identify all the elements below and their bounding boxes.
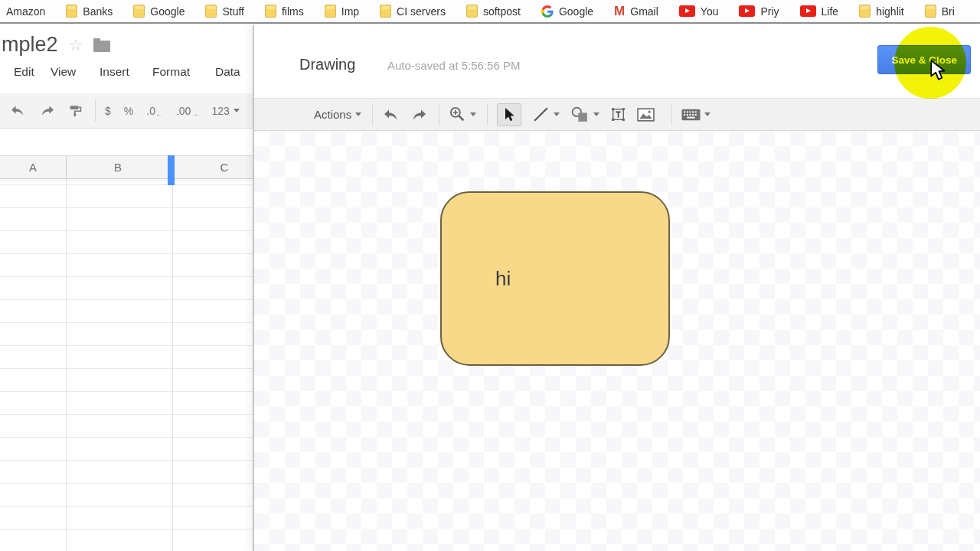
bookmarks-bar: Amazon Banks Google Stuff films Imp CI s… (0, 0, 980, 24)
move-folder-icon[interactable] (93, 41, 110, 52)
folder-icon (265, 5, 276, 18)
text-box-tool[interactable] (610, 106, 626, 122)
bookmark-item[interactable]: You (679, 5, 719, 18)
bookmark-label: highlit (876, 5, 904, 18)
column-header-b[interactable]: B (66, 156, 170, 178)
bookmark-item[interactable]: CI servers (380, 5, 446, 18)
bookmark-label: Banks (83, 5, 113, 18)
redo-icon[interactable] (39, 105, 56, 116)
bookmark-label: You (701, 5, 719, 18)
menu-view[interactable]: View (51, 65, 76, 79)
youtube-icon (800, 5, 816, 17)
shape-tool[interactable] (570, 106, 599, 122)
chevron-down-icon (234, 109, 240, 112)
drawing-toolbar: Actions (254, 98, 980, 131)
rounded-rectangle-shape[interactable]: hi (440, 191, 670, 366)
gridline-vertical (172, 179, 173, 551)
shape-text: hi (495, 267, 511, 291)
more-formats-label: 123 (211, 105, 229, 117)
bookmark-label: Amazon (6, 5, 45, 18)
folder-icon (380, 5, 391, 18)
toolbar-separator (671, 104, 672, 126)
autosave-status: Auto-saved at 5:56:56 PM (387, 59, 520, 72)
bookmark-label: Life (822, 5, 839, 18)
bookmark-item[interactable]: Banks (66, 5, 113, 18)
actions-label: Actions (314, 108, 351, 121)
select-tool[interactable] (497, 103, 521, 126)
increase-decimal-label: .00 (176, 105, 191, 117)
bookmark-item[interactable]: softpost (466, 5, 521, 18)
spreadsheet-panel: mple2 ☆ Edit View Insert Format Data $ %… (0, 25, 253, 551)
toolbar-separator (439, 104, 439, 126)
undo-icon[interactable] (9, 105, 26, 116)
bookmark-item[interactable]: Google (133, 5, 185, 18)
folder-icon (205, 5, 217, 18)
chevron-down-icon (355, 112, 361, 116)
line-tool[interactable] (532, 106, 560, 123)
bookmark-label: Google (559, 5, 593, 18)
currency-format-button[interactable]: $ (105, 105, 111, 117)
column-divider[interactable] (66, 156, 67, 178)
actions-menu[interactable]: Actions (314, 108, 361, 121)
bookmark-item[interactable]: films (265, 5, 304, 18)
bookmark-label: Priy (760, 5, 779, 18)
image-tool[interactable] (637, 108, 655, 122)
star-icon[interactable]: ☆ (69, 37, 83, 53)
save-close-button[interactable]: Save & Close (877, 45, 971, 74)
chevron-down-icon (593, 112, 599, 116)
chevron-down-icon (470, 112, 476, 116)
chevron-down-icon (704, 112, 710, 116)
menu-format[interactable]: Format (152, 65, 190, 79)
redo-icon[interactable] (410, 109, 428, 121)
folder-icon (133, 5, 145, 18)
youtube-icon (739, 5, 755, 17)
bookmark-label: Gmail (630, 5, 658, 18)
sheet-toolbar: $ % .0← .00→ 123 (0, 93, 253, 129)
bookmark-label: CI servers (397, 5, 446, 18)
column-header-a[interactable]: A (0, 156, 66, 178)
toolbar-separator (95, 100, 96, 122)
bookmark-label: films (282, 5, 304, 18)
sheet-title[interactable]: mple2 (2, 33, 58, 57)
drawing-canvas[interactable]: hi (254, 131, 980, 551)
sheet-grid[interactable] (0, 179, 253, 551)
toolbar-separator (372, 104, 373, 126)
percent-format-button[interactable]: % (124, 105, 133, 117)
bookmark-item[interactable]: Amazon (6, 5, 45, 18)
decrease-decimal-button[interactable]: .0← (146, 105, 163, 117)
dialog-title: Drawing (299, 56, 355, 73)
bookmark-item[interactable]: Priy (739, 5, 779, 18)
column-selection-indicator (168, 155, 175, 185)
bookmark-item[interactable]: Bri (925, 5, 955, 18)
keyboard-icon[interactable] (681, 109, 710, 121)
zoom-icon[interactable] (449, 106, 476, 123)
google-icon (541, 5, 554, 18)
gmail-icon: M (614, 5, 625, 17)
more-formats-button[interactable]: 123 (211, 105, 239, 117)
toolbar-separator (487, 104, 488, 126)
bookmark-item[interactable]: MGmail (614, 5, 658, 18)
decrease-decimal-label: .0 (146, 105, 155, 117)
bookmark-item[interactable]: Google (541, 5, 593, 18)
menu-edit[interactable]: Edit (14, 65, 34, 79)
left-arrow-glyph: ← (155, 109, 163, 118)
increase-decimal-button[interactable]: .00→ (176, 105, 198, 117)
right-arrow-glyph: → (191, 109, 198, 118)
chevron-down-icon (554, 112, 560, 116)
undo-icon[interactable] (382, 109, 400, 121)
bookmark-item[interactable]: highlit (859, 5, 904, 18)
sheet-titlebar: mple2 ☆ (2, 33, 110, 57)
youtube-icon (679, 5, 695, 17)
menu-data[interactable]: Data (215, 65, 240, 79)
bookmark-item[interactable]: Stuff (205, 5, 244, 18)
folder-icon (925, 5, 936, 18)
bookmark-label: Bri (942, 5, 955, 18)
menu-insert[interactable]: Insert (100, 65, 129, 79)
folder-icon (66, 5, 77, 18)
gridline-vertical (66, 179, 67, 551)
bookmark-item[interactable]: Life (800, 5, 839, 18)
paint-format-icon[interactable] (69, 104, 82, 117)
bookmark-item[interactable]: Imp (325, 5, 359, 18)
bookmark-label: Stuff (222, 5, 244, 18)
folder-icon (325, 5, 336, 18)
